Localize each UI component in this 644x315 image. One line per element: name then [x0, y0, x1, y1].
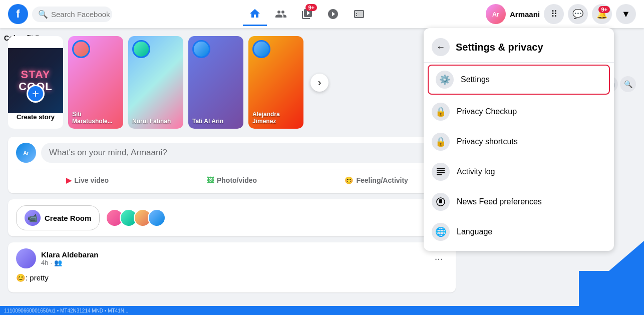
- settings-item[interactable]: ⚙️ Settings: [428, 65, 610, 95]
- privacy-checkup-item[interactable]: 🔒 Privacy Checkup: [424, 97, 614, 127]
- feeling-label: Feeling/Activity: [356, 176, 408, 184]
- post-time: 4h: [41, 259, 48, 266]
- post-input-row: Ar What's on your mind, Armaani?: [16, 143, 448, 163]
- post-author-avatar: [16, 248, 36, 268]
- privacy-shortcuts-item[interactable]: 🔒 Privacy shortcuts: [424, 127, 614, 157]
- bottom-bar: 1110090660001650/u1 • MT42N31214 MND • M…: [0, 306, 644, 315]
- post-privacy-icon: 👥: [54, 259, 62, 266]
- back-button[interactable]: ←: [432, 38, 450, 56]
- story-avatar-2: [132, 40, 150, 58]
- create-room-bar: 📹 Create Room: [8, 199, 456, 236]
- svg-rect-1: [437, 170, 445, 171]
- photo-video-button[interactable]: 🖼 Photo/video: [161, 173, 303, 187]
- activity-log-icon: [432, 163, 450, 181]
- live-label: Live video: [75, 176, 109, 184]
- create-story-card[interactable]: STAY COOL + Create story: [8, 36, 63, 129]
- stories-arrow-icon[interactable]: ›: [310, 74, 329, 92]
- post-dot: ·: [50, 259, 52, 266]
- news-feed-item[interactable]: News Feed preferences: [424, 187, 614, 217]
- privacy-checkup-icon: 🔒: [432, 103, 450, 121]
- feed-area: STAY COOL + Create story Siti Maratushol…: [0, 28, 464, 315]
- svg-rect-2: [437, 172, 445, 173]
- activity-log-item[interactable]: Activity log: [424, 157, 614, 187]
- photo-label: Photo/video: [217, 176, 257, 184]
- story-card-3[interactable]: Tati Al Arin: [188, 36, 243, 129]
- post-author-name: Klara Aldebaran: [41, 250, 425, 259]
- post-content: pretty: [30, 273, 49, 282]
- story-card-4[interactable]: Alejandra Jimenez: [248, 36, 303, 129]
- story-avatar-1: [72, 40, 90, 58]
- photo-icon: 🖼: [207, 176, 214, 184]
- language-icon: 🌐: [432, 223, 450, 241]
- story-name-2: Nurul Fatinah: [132, 118, 171, 125]
- watch-badge: 9+: [305, 4, 317, 11]
- activity-log-label: Activity log: [457, 167, 495, 176]
- nav-right: Ar Armaani ⠿ 💬 🔔 9+ ▼: [486, 4, 636, 24]
- settings-privacy-menu: ← Settings & privacy ⚙️ Settings 🔒 Priva…: [424, 28, 614, 251]
- news-feed-label: News Feed preferences: [457, 197, 542, 206]
- story-card-2[interactable]: Nurul Fatinah: [128, 36, 183, 129]
- search-input[interactable]: [51, 10, 111, 19]
- settings-icon: ⚙️: [436, 71, 454, 89]
- friend-avatar-4: [148, 209, 166, 227]
- create-room-label: Create Room: [45, 214, 91, 222]
- svg-rect-5: [439, 199, 442, 203]
- feeling-icon: 😊: [345, 176, 353, 184]
- search-icon: 🔍: [38, 10, 48, 19]
- privacy-checkup-label: Privacy Checkup: [457, 107, 517, 116]
- language-item[interactable]: 🌐 Language: [424, 217, 614, 247]
- story-avatar-4: [252, 40, 270, 58]
- post-emoji: 😊:: [16, 273, 30, 282]
- live-video-button[interactable]: ▶ Live video: [16, 173, 159, 187]
- friend-avatars: [106, 209, 166, 227]
- post-user-info: Klara Aldebaran 4h · 👥: [41, 250, 425, 266]
- top-navigation: f 🔍 9+ Ar Armaani ⠿ 💬 🔔 9+: [0, 0, 644, 28]
- user-avatar[interactable]: Ar: [486, 4, 506, 24]
- post-box-avatar: Ar: [16, 143, 36, 163]
- story-name-1: Siti Maratushole...: [72, 111, 119, 125]
- story-plus-icon: +: [27, 85, 45, 103]
- notifications-button[interactable]: 🔔 9+: [592, 4, 612, 24]
- stories-next-btn[interactable]: ›: [310, 36, 329, 129]
- search-box[interactable]: 🔍: [32, 7, 112, 22]
- facebook-logo: f: [8, 4, 28, 24]
- nav-home-button[interactable]: [243, 2, 267, 26]
- story-card-1[interactable]: Siti Maratushole...: [68, 36, 123, 129]
- privacy-shortcuts-label: Privacy shortcuts: [457, 137, 518, 146]
- blue-decoration: [579, 271, 644, 306]
- username-label[interactable]: Armaani: [510, 10, 540, 19]
- bottom-bar-text: 1110090660001650/u1 • MT42N31214 MND • M…: [4, 308, 128, 313]
- notifications-badge: 9+: [598, 6, 610, 13]
- messenger-button[interactable]: 💬: [568, 4, 588, 24]
- svg-rect-0: [437, 168, 445, 169]
- privacy-shortcuts-icon: 🔒: [432, 133, 450, 151]
- live-icon: ▶: [66, 176, 72, 184]
- settings-menu-title: Settings & privacy: [456, 42, 543, 53]
- nav-left: f 🔍: [8, 4, 128, 24]
- room-icon: 📹: [25, 210, 41, 226]
- nav-gaming-button[interactable]: [347, 2, 371, 26]
- contacts-search-btn[interactable]: 🔍: [620, 76, 636, 92]
- apps-button[interactable]: ⠿: [544, 4, 564, 24]
- post-box: Ar What's on your mind, Armaani? ▶ Live …: [8, 137, 456, 193]
- post-input[interactable]: What's on your mind, Armaani?: [41, 143, 448, 163]
- blue-triangle: [609, 241, 644, 271]
- dropdown-header: ← Settings & privacy: [424, 32, 614, 63]
- story-avatar-3: [192, 40, 210, 58]
- post-actions: ▶ Live video 🖼 Photo/video 😊 Feeling/Act…: [16, 169, 448, 187]
- nav-groups-button[interactable]: [321, 2, 345, 26]
- news-feed-icon: [432, 193, 450, 211]
- language-label: Language: [457, 227, 492, 236]
- post-more-button[interactable]: ···: [430, 249, 448, 267]
- create-story-label: Create story: [17, 113, 55, 121]
- post-header: Klara Aldebaran 4h · 👥 ···: [16, 248, 448, 268]
- svg-rect-3: [437, 174, 442, 175]
- nav-watch-button[interactable]: 9+: [295, 2, 319, 26]
- story-name-4: Alejandra Jimenez: [252, 111, 299, 125]
- account-menu-button[interactable]: ▼: [616, 4, 636, 24]
- post-text: 😊: pretty: [16, 273, 448, 282]
- create-room-button[interactable]: 📹 Create Room: [16, 205, 100, 230]
- nav-friends-button[interactable]: [269, 2, 293, 26]
- story-name-3: Tati Al Arin: [192, 118, 223, 125]
- stay-cool-image: STAY COOL: [8, 48, 63, 113]
